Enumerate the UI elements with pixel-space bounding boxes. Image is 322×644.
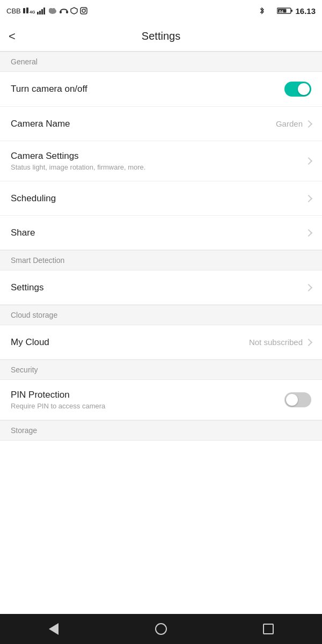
chevron-icon-camera-name: [305, 120, 312, 127]
back-button[interactable]: <: [9, 30, 16, 43]
app-header: < Settings: [0, 21, 322, 52]
toggle-knob-turn-camera: [298, 83, 310, 95]
list-item-label-scheduling: Scheduling: [11, 193, 56, 204]
list-item-content-share: Share: [11, 228, 35, 238]
svg-rect-3: [37, 12, 39, 14]
list-item-content-pin-protection: PIN ProtectionRequire PIN to access came…: [11, 390, 105, 410]
list-item-smart-settings[interactable]: Settings: [0, 270, 322, 305]
list-item-my-cloud[interactable]: My CloudNot subscribed: [0, 325, 322, 360]
back-nav-icon: [49, 623, 58, 635]
bottom-navigation: [0, 614, 322, 644]
list-item-content-my-cloud: My Cloud: [11, 337, 49, 348]
carrier-text: CBB: [6, 7, 21, 15]
instagram-icon: [80, 7, 87, 14]
time-display: 16.13: [295, 6, 316, 16]
list-item-share[interactable]: Share: [0, 216, 322, 250]
svg-rect-1: [26, 8, 28, 13]
list-item-content-turn-camera: Turn camera on/off: [11, 84, 87, 94]
battery-icon: 64: [277, 7, 293, 14]
shield-icon: [70, 7, 78, 14]
status-left: CBB 4G+: [6, 7, 87, 15]
svg-point-14: [85, 9, 86, 10]
svg-point-9: [52, 8, 55, 11]
toggle-turn-camera[interactable]: [284, 82, 311, 97]
svg-point-13: [82, 9, 85, 12]
toggle-pin-protection[interactable]: [284, 392, 311, 407]
list-item-camera-settings[interactable]: Camera SettingsStatus light, image rotat…: [0, 141, 322, 181]
section-header-smart-detection: Smart Detection: [0, 250, 322, 270]
list-item-content-camera-name: Camera Name: [11, 119, 70, 129]
section-header-storage: Storage: [0, 420, 322, 441]
list-item-value-my-cloud: Not subscribed: [249, 338, 303, 347]
svg-rect-4: [39, 11, 41, 14]
svg-rect-5: [41, 9, 43, 14]
moon-icon: [267, 7, 275, 14]
home-nav-icon: [155, 623, 167, 635]
signal-icon: [37, 7, 46, 14]
list-item-content-smart-settings: Settings: [11, 282, 43, 293]
cloud-icon: [48, 7, 57, 14]
svg-rect-0: [23, 8, 25, 13]
list-item-value-camera-name: Garden: [276, 119, 303, 128]
list-item-label-camera-name: Camera Name: [11, 119, 70, 129]
chevron-icon-scheduling: [305, 194, 312, 202]
page-title: Settings: [142, 30, 180, 42]
list-item-subtitle-pin-protection: Require PIN to access camera: [11, 402, 105, 410]
volte-icon: 4G+: [23, 7, 35, 14]
nav-recent-button[interactable]: [252, 618, 284, 640]
nav-back-button[interactable]: [38, 618, 70, 640]
svg-text:4G+: 4G+: [30, 10, 35, 14]
list-item-scheduling[interactable]: Scheduling: [0, 181, 322, 216]
list-item-content-scheduling: Scheduling: [11, 193, 56, 204]
svg-rect-16: [291, 10, 292, 12]
list-item-label-smart-settings: Settings: [11, 282, 43, 293]
svg-text:64: 64: [279, 10, 283, 13]
settings-list: GeneralTurn camera on/offCamera NameGard…: [0, 52, 322, 471]
section-header-general: General: [0, 52, 322, 72]
chevron-icon-smart-settings: [305, 283, 312, 291]
list-item-label-camera-settings: Camera Settings: [11, 151, 145, 162]
chevron-icon-my-cloud: [305, 338, 312, 346]
section-header-security: Security: [0, 360, 322, 380]
nav-home-button[interactable]: [145, 618, 177, 640]
chevron-icon-share: [305, 229, 312, 236]
list-item-label-my-cloud: My Cloud: [11, 337, 49, 348]
list-item-pin-protection[interactable]: PIN ProtectionRequire PIN to access came…: [0, 380, 322, 420]
list-item-subtitle-camera-settings: Status light, image rotation, firmware, …: [11, 163, 145, 171]
list-item-label-share: Share: [11, 228, 35, 238]
chevron-icon-camera-settings: [305, 157, 312, 165]
svg-rect-10: [60, 11, 62, 13]
headphones-icon: [60, 7, 68, 14]
status-right: 64 16.13: [259, 6, 316, 16]
toggle-knob-pin-protection: [286, 394, 298, 406]
list-item-camera-name[interactable]: Camera NameGarden: [0, 107, 322, 141]
list-item-content-camera-settings: Camera SettingsStatus light, image rotat…: [11, 151, 145, 171]
list-item-label-pin-protection: PIN Protection: [11, 390, 105, 400]
list-item-turn-camera[interactable]: Turn camera on/off: [0, 72, 322, 107]
section-header-cloud-storage: Cloud storage: [0, 305, 322, 325]
status-bar: CBB 4G+: [0, 0, 322, 21]
recent-nav-icon: [263, 624, 274, 634]
svg-rect-11: [66, 11, 68, 13]
bluetooth-icon: [259, 7, 265, 14]
list-item-label-turn-camera: Turn camera on/off: [11, 84, 87, 94]
svg-rect-12: [80, 8, 87, 14]
svg-rect-6: [43, 8, 45, 14]
